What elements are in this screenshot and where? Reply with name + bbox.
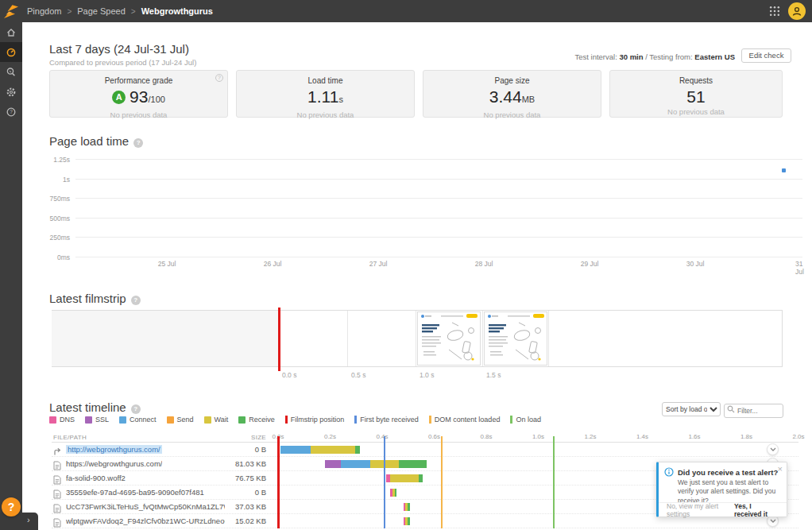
file-size: 15.02 KB (218, 516, 266, 525)
chart-x-tick-label: 25 Jul (158, 260, 176, 268)
legend-marker-swatch (354, 416, 357, 424)
legend-item-receive: Receive (238, 416, 275, 424)
legend-label: DOM content loaded (435, 416, 501, 424)
marker-dom-content-loaded (441, 436, 443, 528)
filmstrip-time-label: 0.0 s (282, 371, 296, 379)
file-size: 0 B (218, 488, 266, 497)
breadcrumb-item-webgrowthgurus[interactable]: Webgrowthgurus (141, 6, 213, 16)
sort-order-select[interactable]: Sort by load order (662, 402, 721, 416)
filmstrip-thumbnail[interactable] (484, 311, 547, 366)
breadcrumb-separator: > (67, 7, 72, 16)
settings-icon (6, 87, 17, 98)
file-size: 81.03 KB (218, 459, 266, 468)
toast-primary-button[interactable]: Yes, I received it (734, 502, 780, 518)
timeline-legend: DNSSSLConnectSendWaitReceiveFilmstrip po… (49, 416, 541, 424)
filter-field-wrap (724, 402, 783, 416)
timeline-axis-label: 1.4s (636, 433, 648, 440)
legend-label: On load (516, 416, 541, 424)
legend-item-wait: Wait (204, 416, 229, 424)
latest-filmstrip-title: Latest filmstrip? (49, 292, 141, 305)
bar-segment-receive (408, 517, 409, 525)
breadcrumb: Pingdom>Page Speed>Webgrowthgurus (27, 0, 213, 22)
bar-segment-connect (341, 460, 371, 468)
legend-item-send: Send (167, 416, 194, 424)
file-icon (53, 516, 61, 530)
file-path-link[interactable]: http://webgrowthgurus.com/ (66, 445, 162, 454)
bar-segment-receive (355, 446, 361, 454)
column-header-file-path: FILE/PATH (53, 434, 87, 441)
chart-x-tick-label: 31 Jul (795, 260, 806, 276)
file-path-link[interactable]: UcC73FwrK3iLTeHuS_fvQtMwCp50KnMa1ZL7W0Q5… (66, 502, 225, 511)
legend-label: Wait (215, 416, 229, 424)
timeline-axis-label: 1.2s (584, 433, 596, 440)
timeline-row[interactable]: http://webgrowthgurus.com/0 B (52, 443, 798, 457)
info-icon (664, 467, 674, 477)
chart-gridline (75, 218, 802, 219)
chart-y-tick-label: 500ms (43, 215, 70, 222)
breadcrumb-item-pingdom[interactable]: Pingdom (27, 6, 61, 16)
breadcrumb-item-page-speed[interactable]: Page Speed (77, 6, 126, 16)
sidebar-item-home[interactable] (0, 22, 22, 42)
app-grid-icon[interactable] (769, 6, 780, 17)
legend-item-connect: Connect (119, 416, 157, 424)
toast-secondary-button[interactable]: No, view my alert settings (667, 502, 734, 518)
file-path-link[interactable]: 35559efe-97ad-4695-ba95-9090ef07f481 (66, 488, 204, 497)
timeline-axis-label: 0.4s (376, 433, 388, 440)
solarwinds-logo-icon[interactable] (2, 2, 20, 20)
filmstrip-pre-region (52, 311, 278, 366)
pingdom-page-speed-dashboard: Pingdom>Page Speed>Webgrowthgurus ? Last… (0, 0, 812, 530)
bar-segment-receive (395, 489, 396, 497)
sidebar-item-page-speed[interactable] (0, 42, 22, 62)
timeline-axis-label: 0.2s (324, 433, 336, 440)
file-path-link[interactable]: https://webgrowthgurus.com/ (66, 459, 162, 468)
filmstrip-time-label: 1.0 s (420, 371, 434, 379)
chart-gridline (75, 257, 802, 257)
file-size: 37.03 KB (218, 502, 266, 511)
timeline-axis-label: 2.0s (792, 433, 804, 440)
timeline-axis-label: 1.6s (688, 433, 700, 440)
expand-chevron-icon[interactable]: › (27, 515, 30, 524)
filmstrip-frame-divider (347, 311, 348, 366)
legend-item-dns: DNS (49, 416, 75, 424)
help-beacon-button[interactable]: ? (2, 497, 21, 516)
bar-segment-connect (280, 446, 311, 454)
chart-gridline (75, 198, 802, 199)
timeline-axis-label: 0.8s (480, 433, 492, 440)
bar-segment-ssl (325, 460, 341, 468)
sidebar-item-help[interactable]: ? (0, 102, 22, 122)
chart-gridline (75, 237, 802, 238)
sidebar-item-synthetics[interactable] (0, 62, 22, 82)
legend-item-on-load: On load (510, 416, 541, 424)
sidebar-item-settings[interactable] (0, 82, 22, 102)
close-icon[interactable]: × (778, 464, 783, 474)
marker-on-load (553, 436, 555, 528)
legend-label: Filmstrip position (291, 416, 345, 424)
chart-x-tick-label: 29 Jul (581, 260, 599, 268)
filmstrip-thumbnail[interactable] (417, 311, 481, 366)
column-header-size: SIZE (218, 434, 266, 441)
filmstrip-position-line[interactable] (278, 308, 280, 371)
chart-y-tick-label: 1.25s (43, 156, 70, 164)
avatar[interactable] (788, 2, 806, 20)
chart-y-tick-label: 1s (43, 176, 70, 184)
bar-segment-receive (408, 503, 409, 511)
expand-row-button[interactable] (767, 443, 779, 455)
bar-segment-wait (390, 474, 418, 482)
legend-marker-swatch (285, 416, 288, 424)
legend-swatch (85, 416, 92, 424)
legend-item-first-byte-received: First byte received (354, 416, 419, 424)
legend-item-filmstrip-position: Filmstrip position (285, 416, 345, 424)
chart-data-point[interactable] (782, 168, 786, 172)
file-path-link[interactable]: fa-solid-900.woff2 (66, 474, 126, 482)
legend-swatch (204, 416, 211, 424)
latest-timeline-title: Latest timeline? (49, 400, 141, 414)
chart-gridline (75, 159, 802, 160)
legend-swatch (167, 416, 174, 424)
legend-marker-swatch (510, 416, 512, 424)
filmstrip-frame-divider (548, 311, 549, 366)
help-circle-icon[interactable]: ? (131, 404, 141, 414)
help-circle-icon[interactable]: ? (131, 296, 141, 305)
file-path-link[interactable]: wlptgwvFAVdoq2_F94zlCfv0bz1WC-URzLdneoCt… (66, 516, 225, 525)
chart-gridline (75, 179, 802, 180)
top-bar: Pingdom>Page Speed>Webgrowthgurus (0, 0, 812, 22)
